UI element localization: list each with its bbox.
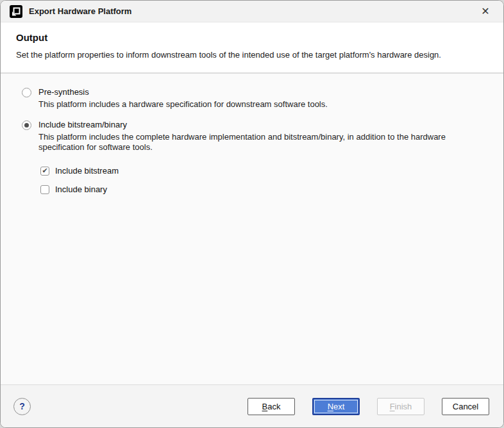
titlebar: Export Hardware Platform ✕ [1, 1, 503, 22]
pre-synthesis-radio[interactable] [22, 88, 31, 97]
export-hardware-platform-dialog: Export Hardware Platform ✕ Output Set th… [0, 0, 504, 428]
question-mark-icon: ? [19, 401, 25, 411]
vivado-logo-icon [10, 5, 22, 18]
include-binary-label[interactable]: Include binary [55, 185, 107, 194]
cancel-button-label: Cancel [453, 402, 478, 411]
footer-button-row: Back Next Finish Cancel [230, 398, 489, 415]
option-pre-synthesis: Pre-synthesis This platform includes a h… [22, 87, 488, 110]
include-bitstream-binary-radio[interactable] [22, 120, 31, 130]
cancel-button[interactable]: Cancel [442, 398, 489, 415]
option-include-bitstream-binary: Include bitstream/binary This platform i… [22, 120, 488, 152]
include-bitstream-binary-label[interactable]: Include bitstream/binary [38, 120, 485, 129]
bitstream-checkbox-group: ✔ Include bitstream Include binary [40, 166, 488, 194]
next-button[interactable]: Next [312, 398, 360, 415]
wizard-content: Pre-synthesis This platform includes a h… [1, 74, 503, 384]
wizard-header: Output Set the platform properties to in… [1, 22, 503, 72]
include-bitstream-checkbox[interactable]: ✔ [40, 167, 49, 176]
help-button[interactable]: ? [13, 398, 31, 415]
include-bitstream-binary-text: Include bitstream/binary This platform i… [38, 120, 485, 152]
include-binary-row[interactable]: Include binary [40, 185, 488, 194]
finish-button-mnemonic: F [390, 402, 395, 411]
close-icon[interactable]: ✕ [476, 3, 494, 21]
check-icon: ✔ [42, 167, 47, 175]
back-button-mnemonic: B [262, 402, 268, 411]
pre-synthesis-text: Pre-synthesis This platform includes a h… [38, 87, 328, 110]
pre-synthesis-label[interactable]: Pre-synthesis [38, 87, 328, 97]
finish-button-label: inish [395, 402, 412, 411]
next-button-label: ext [333, 402, 344, 411]
pre-synthesis-description: This platform includes a hardware specif… [38, 99, 328, 110]
include-bitstream-row[interactable]: ✔ Include bitstream [40, 166, 488, 176]
include-bitstream-label[interactable]: Include bitstream [55, 166, 119, 176]
next-button-mnemonic: N [328, 402, 333, 411]
page-title: Output [16, 32, 488, 43]
page-description: Set the platform properties to inform do… [16, 50, 488, 60]
wizard-footer: ? Back Next Finish Cancel [1, 384, 503, 427]
finish-button[interactable]: Finish [377, 398, 424, 415]
back-button-label: ack [267, 402, 280, 411]
window-title: Export Hardware Platform [29, 6, 131, 16]
include-bitstream-binary-description: This platform includes the complete hard… [38, 132, 485, 152]
include-binary-checkbox[interactable] [40, 185, 49, 194]
back-button[interactable]: Back [248, 398, 295, 415]
